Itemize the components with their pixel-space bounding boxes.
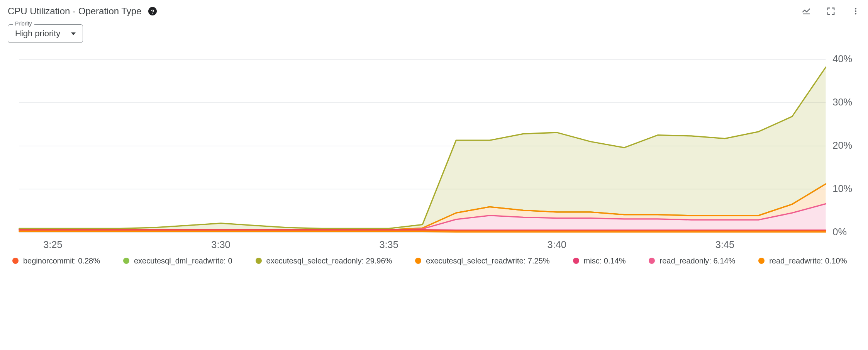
svg-text:10%: 10% bbox=[832, 183, 852, 194]
svg-text:40%: 40% bbox=[832, 54, 852, 64]
svg-text:3:25: 3:25 bbox=[43, 239, 62, 250]
svg-point-1 bbox=[855, 8, 856, 10]
title-group: CPU Utilization - Operation Type ? bbox=[8, 6, 157, 17]
legend-item[interactable]: executesql_select_readonly: 29.96% bbox=[256, 257, 392, 265]
more-options-icon[interactable] bbox=[851, 7, 860, 16]
legend-color-dot bbox=[256, 258, 262, 264]
chart-header: CPU Utilization - Operation Type ? bbox=[8, 6, 860, 17]
legend-label: misc: 0.14% bbox=[584, 257, 626, 265]
legend-color-dot bbox=[123, 258, 129, 264]
svg-text:3:30: 3:30 bbox=[211, 239, 230, 250]
svg-text:20%: 20% bbox=[832, 140, 852, 151]
legend-color-dot bbox=[758, 258, 765, 264]
legend-item[interactable]: executesql_select_readwrite: 7.25% bbox=[415, 257, 549, 265]
svg-text:30%: 30% bbox=[832, 97, 852, 107]
chart-actions bbox=[802, 7, 860, 16]
legend-color-dot bbox=[573, 258, 579, 264]
legend-label: read_readonly: 6.14% bbox=[659, 257, 735, 265]
legend-color-dot bbox=[12, 258, 19, 264]
priority-dropdown-value: High priority bbox=[15, 29, 60, 39]
legend-item[interactable]: read_readonly: 6.14% bbox=[649, 257, 735, 265]
legend-toggle-icon[interactable] bbox=[802, 7, 811, 16]
legend-label: read_readwrite: 0.10% bbox=[769, 257, 847, 265]
chart-title: CPU Utilization - Operation Type bbox=[8, 6, 141, 17]
legend-item[interactable]: misc: 0.14% bbox=[573, 257, 626, 265]
legend-item[interactable]: read_readwrite: 0.10% bbox=[758, 257, 847, 265]
legend-color-dot bbox=[649, 258, 655, 264]
svg-point-3 bbox=[855, 13, 856, 14]
legend-label: beginorcommit: 0.28% bbox=[23, 257, 100, 265]
legend-label: executesql_select_readwrite: 7.25% bbox=[426, 257, 549, 265]
chevron-down-icon bbox=[71, 32, 76, 35]
legend-item[interactable]: executesql_dml_readwrite: 0 bbox=[123, 257, 232, 265]
svg-text:3:35: 3:35 bbox=[379, 239, 398, 250]
svg-point-2 bbox=[855, 10, 856, 12]
legend-label: executesql_select_readonly: 29.96% bbox=[266, 257, 392, 265]
legend-label: executesql_dml_readwrite: 0 bbox=[134, 257, 232, 265]
chart-plot: 0%10%20%30%40%3:253:303:353:403:45 bbox=[8, 54, 860, 253]
svg-text:0%: 0% bbox=[832, 226, 847, 237]
fullscreen-icon[interactable] bbox=[826, 7, 836, 16]
legend-item[interactable]: beginorcommit: 0.28% bbox=[12, 257, 100, 265]
help-icon[interactable]: ? bbox=[148, 7, 157, 15]
priority-dropdown[interactable]: Priority High priority bbox=[8, 24, 83, 43]
svg-text:3:40: 3:40 bbox=[548, 239, 566, 250]
priority-dropdown-label: Priority bbox=[13, 20, 34, 27]
svg-text:3:45: 3:45 bbox=[715, 239, 734, 250]
chart-legend: beginorcommit: 0.28%executesql_dml_readw… bbox=[8, 257, 860, 265]
legend-color-dot bbox=[415, 258, 421, 264]
